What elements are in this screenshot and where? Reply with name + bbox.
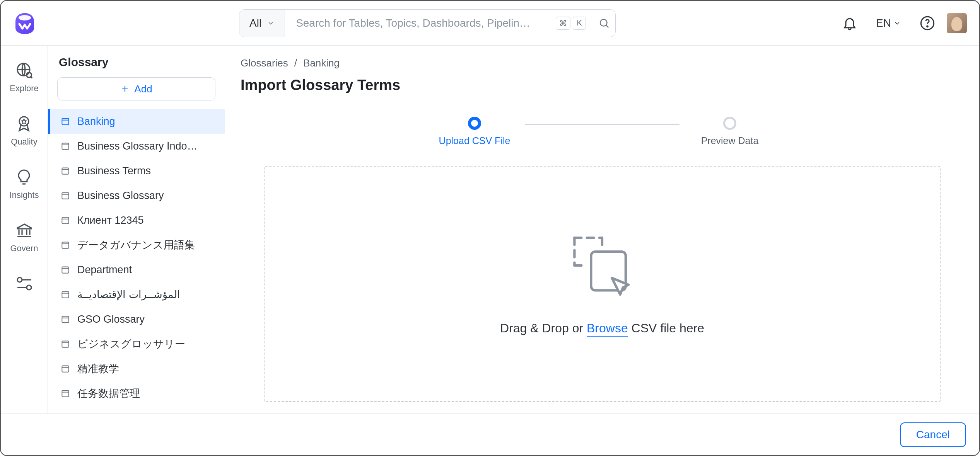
chevron-down-icon [267,19,275,27]
add-glossary-button[interactable]: Add [57,77,215,100]
glossary-item[interactable]: GSO Glossary [48,307,225,332]
glossary-item[interactable]: 精准教学 [48,356,225,381]
svg-point-1 [600,19,607,26]
glossary-item[interactable]: Business Glossary [48,183,225,208]
dropzone-suffix: CSV file here [628,321,704,335]
language-switcher[interactable]: EN [869,17,908,29]
svg-rect-27 [62,390,68,396]
svg-point-11 [27,285,31,290]
nodes-icon [15,274,34,293]
glossary-item[interactable]: ビジネスグロッサリー [48,332,225,356]
search-bar: All ⌘ K [239,9,616,37]
step-connector [525,124,680,125]
nav-label: Quality [11,137,37,147]
svg-rect-21 [62,242,68,248]
glossary-item-label: 任务数据管理 [77,386,140,400]
glossary-item-label: Business Glossary Indo… [77,140,198,152]
svg-point-0 [19,15,31,20]
glossary-item[interactable]: データガバナンス用語集 [48,233,225,257]
glossary-item-label: Department [77,264,132,276]
search-input[interactable] [285,17,556,29]
nav-rail: Explore Quality Insights Govern [1,46,48,413]
add-label: Add [134,83,152,95]
svg-point-10 [17,277,22,282]
main-content: Glossaries / Banking Import Glossary Ter… [225,46,979,413]
breadcrumb-glossaries[interactable]: Glossaries [241,57,288,69]
folder-icon [60,116,70,126]
nav-settings[interactable] [15,274,34,293]
folder-icon [60,141,70,151]
help-icon [920,15,935,31]
folder-icon [60,265,70,275]
svg-rect-26 [62,366,68,372]
notifications-button[interactable] [840,13,860,33]
step-upload[interactable]: Upload CSV File [424,117,525,146]
step-preview[interactable]: Preview Data [680,117,780,146]
breadcrumb: Glossaries / Banking [241,57,964,69]
glossary-item[interactable]: Business Terms [48,158,225,183]
svg-point-8 [19,117,29,126]
folder-icon [60,364,70,374]
browse-link[interactable]: Browse [587,321,628,337]
glossary-item-label: المؤشــرات الإقتصاديــة [77,288,180,301]
glossary-item-label: ビジネスグロッサリー [77,337,185,351]
nav-quality[interactable]: Quality [11,114,37,147]
nav-label: Govern [10,243,38,254]
search-button[interactable] [593,10,615,37]
folder-icon [60,166,70,176]
nav-explore[interactable]: Explore [10,61,39,94]
bell-icon [842,15,857,31]
glossary-item[interactable]: Banking [48,109,225,134]
glossary-item[interactable]: Клиент 12345 [48,208,225,233]
kbd-shortcut: ⌘ K [556,17,586,30]
glossary-list: BankingBusiness Glossary Indo…Business T… [48,109,225,413]
step-label: Preview Data [701,135,759,146]
glossary-item[interactable]: المؤشــرات الإقتصاديــة [48,282,225,307]
folder-icon [60,215,70,225]
footer: Cancel [1,413,979,455]
topbar: All ⌘ K EN [1,1,979,46]
stepper: Upload CSV File Preview Data [241,117,964,146]
app-logo[interactable] [13,12,36,35]
lightbulb-icon [15,168,33,186]
nav-label: Explore [10,83,39,94]
folder-icon [60,240,70,250]
chevron-down-icon [893,19,901,27]
folder-icon [60,289,70,299]
institution-icon [15,221,34,240]
svg-rect-22 [62,267,68,273]
glossary-item-label: Клиент 12345 [77,214,143,226]
nav-label: Insights [10,190,39,200]
step-dot-icon [468,117,481,130]
nav-govern[interactable]: Govern [10,221,38,254]
glossary-item-label: Business Glossary [77,190,164,202]
avatar[interactable] [947,13,967,33]
nav-insights[interactable]: Insights [10,168,39,200]
help-button[interactable] [917,13,937,33]
glossary-sidebar: Glossary Add BankingBusiness Glossary In… [48,46,225,413]
search-filter-dropdown[interactable]: All [239,10,285,37]
dropzone[interactable]: Drag & Drop or Browse CSV file here [264,166,941,402]
folder-icon [60,339,70,349]
sidebar-title: Glossary [48,46,225,77]
glossary-item-label: Business Terms [77,165,151,177]
breadcrumb-current: Banking [303,57,340,69]
glossary-item-label: GSO Glossary [77,313,145,325]
step-dot-icon [723,117,736,130]
dropzone-prefix: Drag & Drop or [500,321,587,335]
globe-search-icon [15,61,34,80]
glossary-item-label: 精准教学 [77,362,119,376]
glossary-item-label: データガバナンス用語集 [77,238,195,252]
folder-icon [60,191,70,201]
breadcrumb-separator: / [294,57,297,69]
glossary-item[interactable]: 任务数据管理 [48,381,225,406]
folder-icon [60,314,70,324]
glossary-item[interactable]: Business Glossary Indo… [48,134,225,158]
kbd-cmd: ⌘ [556,17,570,30]
svg-rect-24 [62,316,68,322]
cancel-button[interactable]: Cancel [900,422,966,447]
language-label: EN [876,17,891,29]
badge-icon [15,114,33,133]
glossary-item[interactable]: Department [48,257,225,282]
svg-rect-19 [62,192,68,199]
